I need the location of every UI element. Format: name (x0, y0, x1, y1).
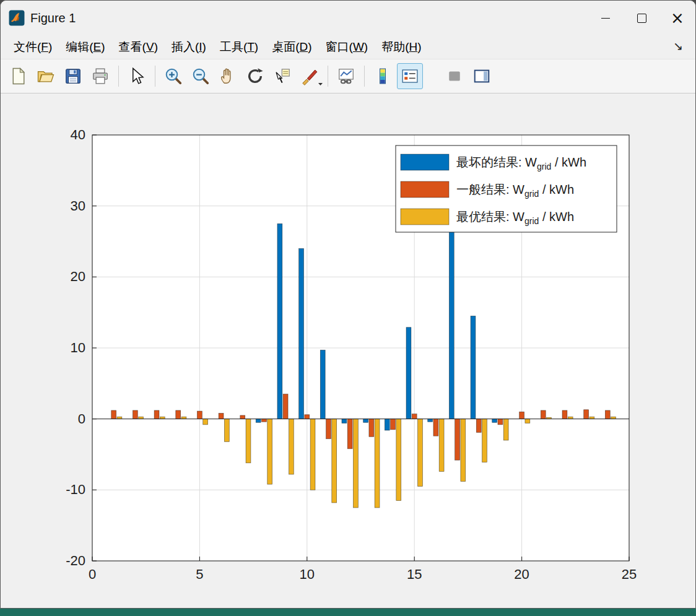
bar (133, 410, 137, 419)
bar (139, 417, 144, 419)
y-tick-label: 0 (78, 411, 85, 427)
toolbar-separator (155, 66, 155, 87)
bar (375, 419, 380, 508)
link-plot-button[interactable] (333, 63, 359, 89)
bar (412, 414, 417, 419)
bar (541, 410, 546, 419)
menu-item-tools[interactable]: 工具(T) (213, 37, 265, 58)
bar (197, 411, 202, 419)
bar (391, 419, 396, 430)
bar (449, 230, 454, 419)
bar (406, 328, 411, 419)
y-tick-label: 40 (71, 127, 85, 142)
show-plot-tools-button[interactable] (469, 63, 495, 89)
open-folder-icon (37, 67, 55, 85)
new-figure-button[interactable] (6, 63, 32, 89)
bar (418, 419, 423, 487)
save-figure-button[interactable] (60, 63, 86, 89)
y-tick-label: -10 (66, 482, 85, 497)
brush-button[interactable] (297, 63, 323, 89)
bar (568, 417, 573, 419)
y-tick-label: 30 (71, 198, 85, 214)
legend-icon (401, 67, 419, 85)
bar (363, 419, 368, 423)
bar (117, 417, 122, 419)
save-icon (64, 67, 82, 85)
menu-item-file[interactable]: 文件(F) (7, 37, 59, 58)
bar (203, 419, 208, 425)
rotate-3d-button[interactable] (242, 63, 268, 89)
menu-item-help[interactable]: 帮助(H) (375, 37, 428, 58)
bar (347, 419, 352, 449)
link-icon (337, 67, 355, 85)
menu-item-window[interactable]: 窗口(W) (319, 37, 375, 58)
minimize-button[interactable] (588, 1, 624, 35)
maximize-icon (637, 14, 646, 23)
bar (476, 419, 481, 433)
bar (262, 419, 267, 422)
legend-swatch (401, 209, 449, 225)
bar (289, 419, 294, 474)
x-tick-label: 0 (89, 566, 96, 582)
dropdown-caret-icon[interactable] (318, 81, 323, 87)
bar (342, 419, 347, 423)
bar (482, 419, 487, 462)
toolbar-separator (364, 66, 365, 87)
rotate-icon (246, 67, 264, 85)
colorbar-icon (373, 67, 392, 85)
menu-item-insert[interactable]: 插入(I) (165, 37, 213, 58)
bar (584, 410, 589, 419)
x-tick-label: 25 (622, 566, 637, 582)
figure-canvas[interactable]: 0510152025-20-10010203040最坏的结果: Wgrid / … (1, 93, 695, 609)
pan-button[interactable] (215, 63, 241, 89)
bar (111, 410, 116, 419)
bar (503, 419, 508, 440)
window-controls: × (588, 1, 695, 35)
print-figure-button[interactable] (87, 63, 113, 89)
bar (611, 417, 616, 419)
titlebar[interactable]: Figure 1 × (1, 1, 695, 35)
arrow-cursor-icon (128, 67, 146, 85)
bar (471, 316, 476, 419)
bar (498, 419, 503, 425)
matlab-icon (8, 9, 25, 27)
legend-swatch (401, 154, 449, 170)
toolbar-separator (328, 66, 328, 87)
bar (246, 419, 251, 463)
legend-swatch (401, 181, 449, 197)
insert-legend-button[interactable] (397, 63, 423, 89)
legend[interactable]: 最坏的结果: Wgrid / kWh一般结果: Wgrid / kWh最优结果:… (396, 145, 617, 232)
bar (154, 410, 159, 419)
bar (433, 419, 438, 436)
open-file-button[interactable] (33, 63, 59, 89)
bar (256, 419, 261, 423)
menu-item-view[interactable]: 查看(V) (112, 37, 165, 58)
zoom-out-button[interactable] (188, 63, 214, 89)
data-cursor-button[interactable] (269, 63, 295, 89)
data-cursor-icon (273, 67, 292, 85)
menu-item-edit[interactable]: 编辑(E) (59, 37, 111, 58)
edit-plot-button[interactable] (124, 63, 150, 89)
hide-plot-tools-button[interactable] (442, 63, 468, 89)
menubar: 文件(F)编辑(E)查看(V)插入(I)工具(T)桌面(D)窗口(W)帮助(H)… (1, 35, 695, 59)
bar (396, 419, 401, 501)
x-tick-label: 20 (514, 566, 529, 582)
desktop-backdrop: Figure 1 × 文件(F)编辑(E)查看(V)插入(I)工具(T)桌面(D… (0, 0, 696, 616)
bar (455, 419, 460, 461)
menu-item-desktop[interactable]: 桌面(D) (265, 37, 318, 58)
insert-colorbar-button[interactable] (370, 63, 396, 89)
bar (428, 419, 433, 422)
x-tick-label: 10 (300, 566, 315, 582)
taskbar-strip (0, 607, 696, 616)
dock-figure-icon[interactable]: ↘ (673, 39, 683, 53)
bar (320, 350, 325, 419)
zoom-in-button[interactable] (160, 63, 186, 89)
close-button[interactable]: × (659, 1, 695, 35)
x-tick-label: 15 (407, 566, 422, 582)
bar (562, 410, 567, 419)
brush-icon (300, 67, 319, 85)
maximize-button[interactable] (624, 1, 659, 35)
close-icon: × (671, 10, 684, 26)
bar (326, 419, 331, 439)
print-icon (91, 67, 110, 85)
